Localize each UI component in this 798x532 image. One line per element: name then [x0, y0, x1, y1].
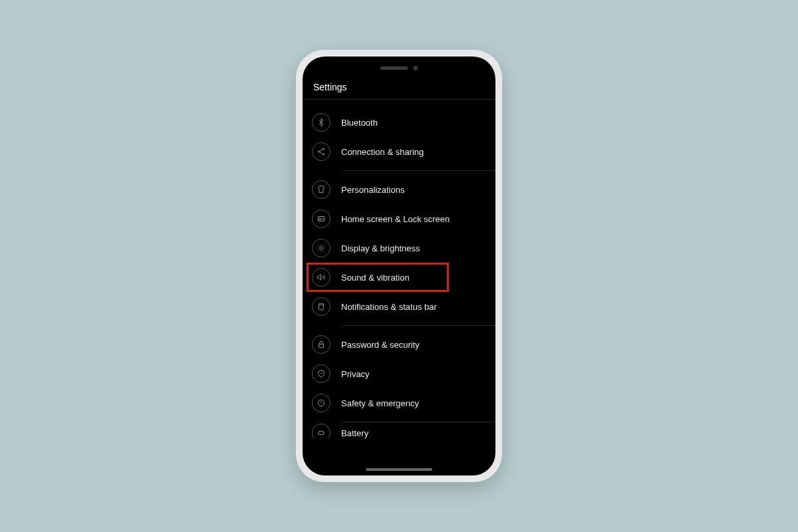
- item-label: Sound & vibration: [341, 273, 410, 283]
- settings-item-sound-vibration[interactable]: Sound & vibration: [303, 263, 495, 292]
- settings-item-home-lock-screen[interactable]: Home screen & Lock screen: [303, 204, 495, 233]
- phone-screen: Settings Bluetooth Connection & sharing: [303, 57, 495, 475]
- svg-point-2: [323, 154, 324, 155]
- settings-item-password-security[interactable]: Password & security: [303, 330, 495, 359]
- share-icon: [312, 142, 331, 161]
- settings-item-battery[interactable]: Battery: [303, 422, 495, 438]
- settings-list: Bluetooth Connection & sharing Personali…: [303, 100, 495, 438]
- settings-item-notifications-status-bar[interactable]: Notifications & status bar: [303, 292, 495, 321]
- settings-group-security: Password & security Privacy Safety & eme…: [303, 326, 495, 422]
- header-title: Settings: [313, 82, 347, 92]
- gallery-icon: [312, 209, 331, 228]
- item-label: Password & security: [341, 340, 420, 350]
- settings-item-connection-sharing[interactable]: Connection & sharing: [303, 137, 495, 166]
- page-title: Settings: [303, 57, 495, 99]
- settings-group-connectivity: Bluetooth Connection & sharing: [303, 104, 495, 170]
- svg-point-0: [323, 148, 324, 150]
- item-label: Privacy: [341, 369, 370, 379]
- front-camera: [414, 66, 418, 70]
- item-label: Personalizations: [341, 185, 404, 195]
- notch: [380, 66, 418, 70]
- sun-icon: [312, 239, 331, 257]
- settings-item-bluetooth[interactable]: Bluetooth: [303, 108, 495, 137]
- svg-point-5: [320, 247, 323, 250]
- item-label: Home screen & Lock screen: [341, 214, 450, 224]
- svg-point-1: [318, 151, 319, 152]
- alert-icon: [312, 394, 331, 412]
- sound-icon: [312, 268, 331, 287]
- svg-point-4: [319, 218, 321, 219]
- lock-icon: [312, 335, 331, 354]
- settings-group-display: Personalizations Home screen & Lock scre…: [303, 171, 495, 325]
- settings-item-display-brightness[interactable]: Display & brightness: [303, 233, 495, 263]
- item-label: Battery: [341, 428, 368, 438]
- shield-icon: [312, 364, 331, 383]
- item-label: Bluetooth: [341, 118, 378, 128]
- item-label: Connection & sharing: [341, 147, 424, 157]
- svg-rect-10: [319, 432, 324, 435]
- home-indicator[interactable]: [366, 468, 432, 471]
- tshirt-icon: [312, 180, 331, 199]
- item-label: Display & brightness: [341, 243, 420, 253]
- item-label: Notifications & status bar: [341, 302, 437, 312]
- settings-item-personalizations[interactable]: Personalizations: [303, 175, 495, 204]
- svg-rect-7: [319, 344, 324, 347]
- svg-rect-6: [319, 303, 324, 309]
- speaker-slot: [380, 66, 408, 70]
- svg-point-8: [321, 373, 321, 374]
- bell-icon: [312, 297, 331, 316]
- bluetooth-icon: [312, 113, 331, 132]
- item-label: Safety & emergency: [341, 398, 419, 408]
- settings-item-privacy[interactable]: Privacy: [303, 359, 495, 388]
- settings-item-safety-emergency[interactable]: Safety & emergency: [303, 388, 495, 418]
- battery-icon: [312, 424, 331, 438]
- phone-frame: Settings Bluetooth Connection & sharing: [296, 50, 502, 482]
